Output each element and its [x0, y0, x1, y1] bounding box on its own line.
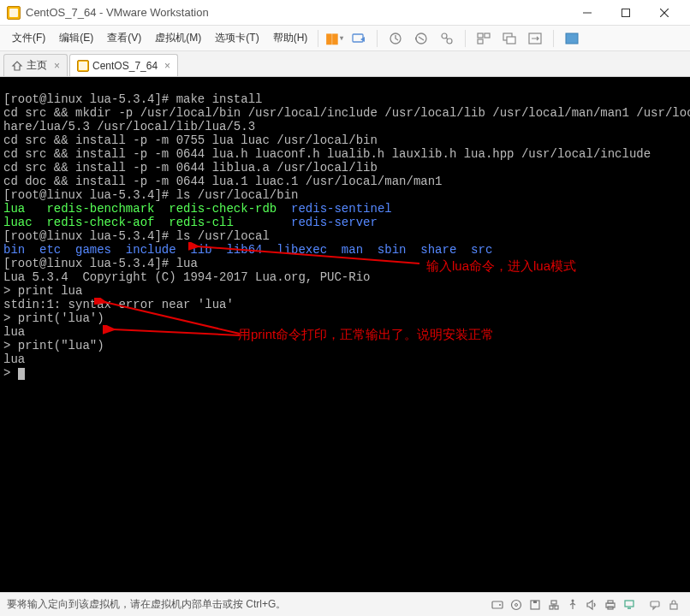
manage-snapshot-button[interactable]: [436, 28, 458, 49]
menu-tabs[interactable]: 选项卡(T): [208, 27, 265, 49]
terminal-line: lua: [3, 325, 25, 339]
svg-rect-41: [670, 604, 677, 609]
svg-point-34: [572, 599, 574, 601]
terminal-line: cd src && install -p -m 0644 lua.h luaco…: [3, 147, 651, 161]
close-button[interactable]: [645, 1, 683, 25]
cursor: [18, 368, 25, 380]
message-icon[interactable]: [647, 598, 663, 612]
separator: [465, 30, 466, 47]
home-icon: [11, 60, 23, 72]
svg-rect-12: [478, 39, 483, 44]
menu-edit[interactable]: 编辑(E): [52, 27, 100, 49]
separator: [553, 30, 554, 47]
svg-rect-16: [566, 33, 578, 44]
pause-button[interactable]: ▮▮▾: [322, 28, 344, 49]
disk-icon[interactable]: [490, 598, 505, 612]
minimize-button[interactable]: [568, 1, 606, 25]
svg-rect-10: [478, 33, 483, 38]
status-bar: 要将输入定向到该虚拟机，请在虚拟机内部单击或按 Ctrl+G。: [0, 592, 690, 616]
svg-rect-4: [353, 34, 363, 42]
toolbar-send-button[interactable]: [348, 28, 370, 49]
unity-button[interactable]: [498, 28, 520, 49]
svg-rect-38: [625, 601, 633, 607]
menu-help[interactable]: 帮助(H): [266, 27, 315, 49]
cd-icon[interactable]: [509, 598, 524, 612]
maximize-button[interactable]: [606, 1, 645, 25]
window-title: CentOS_7_64 - VMware Workstation: [26, 6, 568, 19]
arrow-3: [103, 325, 248, 342]
terminal-line: hare/lua/5.3 /usr/local/lib/lua/5.3: [3, 120, 255, 133]
terminal-line: Lua 5.3.4 Copyright (C) 1994-2017 Lua.or…: [3, 270, 370, 284]
terminal-line: stdin:1: syntax error near 'lua': [3, 298, 234, 311]
svg-rect-29: [551, 601, 556, 604]
status-text: 要将输入定向到该虚拟机，请在虚拟机内部单击或按 Ctrl+G。: [7, 597, 286, 612]
sound-icon[interactable]: [584, 598, 599, 612]
svg-rect-14: [507, 37, 515, 44]
svg-rect-1: [622, 9, 629, 16]
terminal-line: > print("lua"): [3, 339, 104, 352]
terminal-line: [root@linux lua-5.3.4]# ls /usr/local: [3, 229, 270, 243]
svg-rect-11: [485, 33, 490, 38]
svg-rect-23: [492, 601, 503, 608]
toolbar: ▮▮▾: [322, 28, 583, 49]
terminal-line: [root@linux lua-5.3.4]# ls /usr/local/bi…: [3, 188, 298, 202]
svg-point-24: [499, 604, 501, 606]
svg-point-26: [515, 603, 518, 606]
terminal-line: cd src && install -p -m 0755 lua luac /u…: [3, 133, 378, 147]
close-icon[interactable]: ×: [164, 60, 170, 72]
separator: [377, 30, 378, 47]
app-icon: [7, 6, 21, 20]
terminal-line: [root@linux lua-5.3.4]# make install: [3, 92, 262, 106]
svg-point-25: [512, 600, 521, 609]
vm-icon: [77, 60, 89, 72]
fullscreen-button[interactable]: [561, 28, 583, 49]
menu-vm[interactable]: 虚拟机(M): [148, 27, 208, 49]
revert-snapshot-button[interactable]: [410, 28, 432, 49]
tab-label: 主页: [27, 58, 47, 73]
tab-label: CentOS_7_64: [92, 60, 158, 72]
menu-view[interactable]: 查看(V): [100, 27, 148, 49]
terminal-line: luac redis-check-aof redis-cli redis-ser…: [3, 216, 378, 229]
display-icon[interactable]: [622, 598, 637, 612]
close-icon[interactable]: ×: [54, 60, 60, 72]
terminal-line: cd doc && install -p -m 0644 lua.1 luac.…: [3, 175, 442, 188]
terminal-line: lua redis-benchmark redis-check-rdb redi…: [3, 202, 392, 216]
network-icon[interactable]: [546, 598, 562, 612]
svg-rect-40: [651, 601, 659, 607]
svg-line-9: [446, 38, 448, 39]
title-bar: CentOS_7_64 - VMware Workstation: [0, 0, 690, 26]
stretch-button[interactable]: [524, 28, 546, 49]
svg-line-22: [113, 329, 240, 335]
menu-bar: 文件(F) 编辑(E) 查看(V) 虚拟机(M) 选项卡(T) 帮助(H) ▮▮…: [0, 26, 690, 51]
svg-rect-30: [550, 606, 553, 609]
tab-vm[interactable]: CentOS_7_64 ×: [69, 54, 178, 76]
terminal[interactable]: [root@linux lua-5.3.4]# make install cd …: [0, 77, 690, 592]
svg-rect-36: [608, 601, 613, 603]
terminal-line: > print('lua'): [3, 311, 104, 325]
window-controls: [568, 1, 683, 25]
snapshot-button[interactable]: [384, 28, 407, 49]
lock-icon[interactable]: [666, 598, 681, 612]
floppy-icon[interactable]: [527, 598, 543, 612]
terminal-line: >: [3, 366, 25, 380]
terminal-line: > print lua: [3, 284, 82, 298]
svg-rect-31: [555, 606, 558, 609]
svg-rect-28: [533, 601, 537, 603]
terminal-line: [root@linux lua-5.3.4]# lua: [3, 257, 198, 270]
terminal-line: cd src && mkdir -p /usr/local/bin /usr/l…: [3, 106, 690, 120]
printer-icon[interactable]: [603, 598, 618, 612]
tab-bar: 主页 × CentOS_7_64 ×: [0, 51, 690, 77]
terminal-line: bin etc games include lib lib64 libexec …: [3, 243, 492, 257]
usb-icon[interactable]: [565, 598, 580, 612]
terminal-line: lua: [3, 352, 25, 366]
annotation-1: 输入lua命令，进入lua模式: [426, 259, 576, 273]
menu-file[interactable]: 文件(F): [5, 27, 52, 49]
tab-home[interactable]: 主页 ×: [3, 54, 68, 76]
annotation-2: 用print命令打印，正常输出了。说明安装正常: [238, 328, 494, 341]
separator: [318, 30, 318, 47]
thumbnail-button[interactable]: [473, 28, 495, 49]
terminal-line: cd src && install -p -m 0644 liblua.a /u…: [3, 161, 378, 175]
